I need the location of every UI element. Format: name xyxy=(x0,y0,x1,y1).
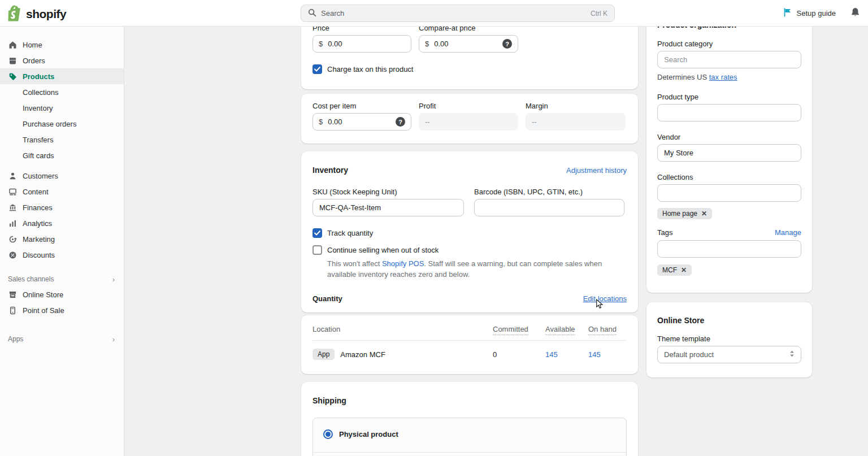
chevron-right-icon: › xyxy=(112,335,115,344)
sidebar-item-analytics[interactable]: Analytics xyxy=(0,215,124,231)
notifications-bell-icon[interactable] xyxy=(850,7,860,19)
brand-wordmark: shopify xyxy=(26,7,66,21)
sidebar-item-customers[interactable]: Customers xyxy=(0,168,124,184)
help-icon[interactable]: ? xyxy=(396,117,405,127)
marketing-icon xyxy=(8,234,18,244)
remove-tag-icon[interactable]: ✕ xyxy=(681,266,687,274)
quantity-table-card: Location Committed Available On hand App… xyxy=(301,315,638,374)
sidebar-item-marketing[interactable]: Marketing xyxy=(0,231,124,247)
tags-label: Tags xyxy=(657,228,672,237)
search-icon xyxy=(308,8,316,19)
shipping-options-box: Physical product xyxy=(313,418,627,456)
online-store-title: Online Store xyxy=(657,316,801,325)
available-value-link[interactable]: 145 xyxy=(545,350,588,359)
sidebar-section-sales-channels[interactable]: Sales channels › xyxy=(0,272,124,286)
location-column-header: Location xyxy=(313,325,493,333)
sidebar-item-orders[interactable]: Orders xyxy=(0,53,124,68)
shipping-title: Shipping xyxy=(313,396,346,405)
vendor-label: Vendor xyxy=(657,133,801,141)
continue-selling-label: Continue selling when out of stock xyxy=(327,246,439,254)
compare-at-price-input[interactable]: $ 0.00 ? xyxy=(419,35,518,53)
pricing-card: Price $ 0.00 Compare-at price $ 0.00 ? C… xyxy=(301,17,638,89)
sidebar-item-gift-cards[interactable]: Gift cards xyxy=(0,147,124,163)
product-category-input[interactable] xyxy=(657,51,801,68)
online-store-card: Online Store Theme template Default prod… xyxy=(646,302,812,377)
continue-selling-checkbox[interactable]: Continue selling when out of stock xyxy=(313,245,627,255)
sidebar-item-inventory[interactable]: Inventory xyxy=(0,100,124,116)
checkbox-checked-icon xyxy=(313,228,322,238)
shopify-pos-link[interactable]: Shopify POS xyxy=(382,259,424,268)
orders-icon xyxy=(8,56,18,66)
edit-locations-link[interactable]: Edit locations xyxy=(583,294,627,303)
shipping-card: Shipping Physical product xyxy=(301,382,638,456)
vendor-input[interactable] xyxy=(657,144,801,162)
sidebar-item-online-store[interactable]: Online Store xyxy=(0,286,124,302)
sidebar-item-transfers[interactable]: Transfers xyxy=(0,132,124,147)
barcode-label: Barcode (ISBN, UPC, GTIN, etc.) xyxy=(474,188,624,196)
on-hand-value-link[interactable]: 145 xyxy=(588,350,627,359)
remove-tag-icon[interactable]: ✕ xyxy=(701,210,707,218)
theme-template-select[interactable]: Default product xyxy=(657,346,801,363)
margin-label: Margin xyxy=(526,102,626,110)
barcode-input[interactable] xyxy=(474,199,624,216)
top-bar: shopify Search Ctrl K Setup guide xyxy=(0,0,868,27)
cost-per-item-input[interactable]: $ 0.00 ? xyxy=(313,113,411,131)
finances-icon xyxy=(8,203,18,212)
analytics-icon xyxy=(8,219,18,228)
shopify-logo[interactable]: shopify xyxy=(8,5,66,23)
sidebar-item-content[interactable]: Content xyxy=(0,184,124,199)
tags-input[interactable] xyxy=(657,240,801,258)
setup-guide-label: Setup guide xyxy=(797,9,836,18)
sku-input[interactable] xyxy=(313,199,464,216)
flag-icon xyxy=(783,8,792,19)
product-type-input[interactable] xyxy=(657,104,801,121)
inventory-card: Inventory Adjustment history SKU (Stock … xyxy=(301,151,638,312)
sidebar-item-purchase-orders[interactable]: Purchase orders xyxy=(0,116,124,132)
collections-label: Collections xyxy=(657,173,801,181)
track-quantity-checkbox[interactable]: Track quantity xyxy=(313,228,627,238)
cost-per-item-label: Cost per item xyxy=(313,102,411,110)
charge-tax-checkbox[interactable]: Charge tax on this product xyxy=(313,64,627,74)
quantity-table-header: Location Committed Available On hand xyxy=(313,325,627,333)
sidebar-item-home[interactable]: Home xyxy=(0,37,124,53)
product-organization-card: Product organization Product category De… xyxy=(646,18,812,293)
margin-value: -- xyxy=(526,113,626,131)
manage-tags-link[interactable]: Manage xyxy=(775,228,801,237)
sidebar-item-point-of-sale[interactable]: Point of Sale xyxy=(0,302,124,318)
sidebar-item-finances[interactable]: Finances xyxy=(0,199,124,215)
physical-product-radio[interactable]: Physical product xyxy=(313,418,626,450)
collections-input[interactable] xyxy=(657,184,801,202)
checkbox-unchecked-icon xyxy=(313,245,322,255)
profit-label: Profit xyxy=(419,102,518,110)
sidebar-item-collections[interactable]: Collections xyxy=(0,84,124,100)
chevron-right-icon: › xyxy=(112,275,115,284)
committed-column-header[interactable]: Committed xyxy=(493,325,528,335)
search-placeholder: Search xyxy=(321,9,586,18)
checkbox-checked-icon xyxy=(313,64,322,74)
radio-selected-icon xyxy=(323,429,333,439)
search-shortcut: Ctrl K xyxy=(591,10,607,18)
tax-rates-link[interactable]: tax rates xyxy=(709,73,737,81)
collection-tag-home-page: Home page ✕ xyxy=(657,208,712,219)
setup-guide-button[interactable]: Setup guide xyxy=(783,8,836,19)
available-column-header[interactable]: Available xyxy=(545,325,575,335)
price-input[interactable]: $ 0.00 xyxy=(313,35,411,53)
sidebar-item-products[interactable]: Products xyxy=(0,68,124,84)
adjustment-history-link[interactable]: Adjustment history xyxy=(566,166,627,175)
help-icon[interactable]: ? xyxy=(502,39,512,49)
point-of-sale-icon xyxy=(8,306,18,315)
on-hand-column-header[interactable]: On hand xyxy=(588,325,617,335)
track-quantity-label: Track quantity xyxy=(327,229,373,237)
continue-selling-helper: This won't affect Shopify POS. Staff wil… xyxy=(313,258,606,280)
table-row: App Amazon MCF 0 145 145 xyxy=(313,349,627,360)
online-store-icon xyxy=(8,290,18,299)
sidebar-item-discounts[interactable]: Discounts xyxy=(0,247,124,263)
sidebar-section-apps[interactable]: Apps › xyxy=(0,332,124,346)
quantity-label: Quantity xyxy=(313,294,342,303)
search-input[interactable]: Search Ctrl K xyxy=(301,5,615,22)
theme-template-label: Theme template xyxy=(657,335,801,343)
content-icon xyxy=(8,187,18,197)
cost-card: Cost per item $ 0.00 ? Profit -- Margin … xyxy=(301,94,638,144)
app-badge: App xyxy=(313,349,335,360)
product-category-label: Product category xyxy=(657,40,801,48)
